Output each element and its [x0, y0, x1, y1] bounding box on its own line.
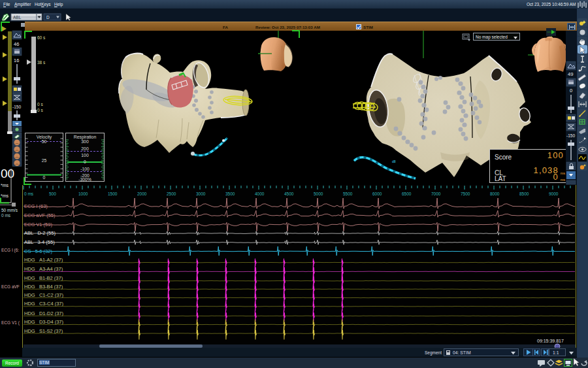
- svg-text:3000: 3000: [196, 192, 206, 196]
- svg-text:HDG B3-B4 (37): HDG B3-B4 (37): [24, 284, 63, 290]
- svg-text:4500: 4500: [284, 192, 294, 196]
- svg-text:HDG C1-C2 (37): HDG C1-C2 (37): [24, 292, 64, 298]
- svg-text:ABL 3-4 (55): ABL 3-4 (55): [24, 239, 55, 245]
- svg-text:38 s: 38 s: [37, 60, 46, 65]
- svg-text:50 mm/s: 50 mm/s: [1, 208, 18, 212]
- svg-text:HDG A1-A2 (37): HDG A1-A2 (37): [24, 257, 63, 263]
- svg-text:0 ms: 0 ms: [1, 213, 11, 218]
- svg-text:09:15:39.817: 09:15:39.817: [537, 339, 564, 343]
- svg-text:49: 49: [568, 71, 573, 77]
- svg-text:60 s: 60 s: [37, 35, 46, 40]
- svg-text:2500: 2500: [167, 192, 176, 196]
- svg-text:500: 500: [49, 192, 56, 196]
- svg-text:d8: d8: [392, 159, 396, 163]
- svg-text:1000: 1000: [78, 192, 88, 196]
- svg-text:0: 0: [570, 88, 572, 93]
- svg-text:ECG V1 (: ECG V1 (: [1, 320, 20, 326]
- svg-text:ECG I (6:: ECG I (6:: [1, 248, 19, 253]
- svg-text:D: D: [46, 15, 50, 20]
- svg-text:HDG S1-S2 (37): HDG S1-S2 (37): [24, 328, 63, 334]
- svg-text:6000: 6000: [372, 192, 382, 196]
- svg-text:2000: 2000: [137, 192, 147, 196]
- svg-text:ECG aVF: ECG aVF: [1, 284, 20, 289]
- svg-text:9000: 9000: [549, 192, 559, 196]
- svg-text:0 s: 0 s: [37, 102, 43, 107]
- svg-text:3500: 3500: [225, 192, 235, 196]
- svg-text:HDG A3-A4 (37): HDG A3-A4 (37): [24, 266, 63, 272]
- svg-text:ECG V1 (59): ECG V1 (59): [24, 222, 52, 227]
- svg-text:-150: -150: [566, 133, 575, 138]
- svg-text:5500: 5500: [343, 192, 353, 196]
- svg-text:HDG B1-B2 (37): HDG B1-B2 (37): [24, 275, 63, 281]
- svg-text:0 s: 0 s: [37, 108, 43, 112]
- svg-text:8500: 8500: [519, 192, 529, 196]
- svg-text:HDG D1-D2 (37): HDG D1-D2 (37): [24, 310, 64, 316]
- svg-text:1500: 1500: [108, 192, 118, 196]
- svg-text:HDG C3-C4 (37): HDG C3-C4 (37): [24, 301, 64, 307]
- svg-text:4000: 4000: [255, 192, 265, 196]
- svg-text:8000: 8000: [490, 192, 500, 196]
- svg-text:7000: 7000: [431, 192, 441, 196]
- svg-text:6500: 6500: [402, 192, 412, 196]
- svg-text:5000: 5000: [314, 192, 323, 196]
- svg-text:HDG D3-D4 (37): HDG D3-D4 (37): [24, 319, 64, 325]
- svg-text:0 ms: 0 ms: [24, 192, 34, 196]
- svg-text:46: 46: [14, 41, 19, 47]
- svg-text:16: 16: [14, 58, 19, 63]
- svg-text:-150: -150: [12, 105, 21, 109]
- svg-text:7500: 7500: [461, 192, 470, 196]
- svg-text:ABL: ABL: [13, 15, 22, 20]
